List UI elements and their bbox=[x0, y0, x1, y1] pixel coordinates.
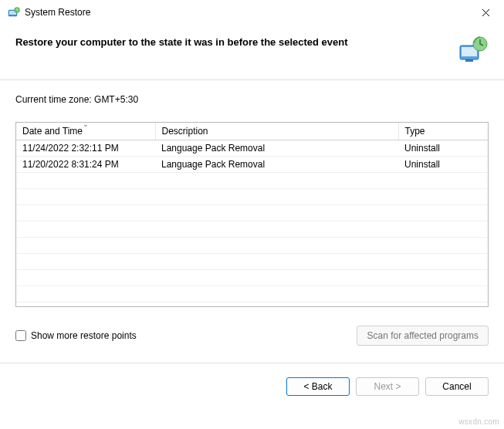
watermark: wsxdn.com bbox=[458, 417, 499, 426]
column-header-description[interactable]: Description bbox=[155, 123, 398, 140]
table-row[interactable]: 11/20/2022 8:31:24 PM Language Pack Remo… bbox=[16, 157, 488, 173]
table-row bbox=[16, 189, 488, 205]
close-icon bbox=[482, 8, 490, 17]
close-button[interactable] bbox=[475, 5, 496, 20]
window-title: System Restore bbox=[25, 7, 475, 18]
below-table-row: Show more restore points Scan for affect… bbox=[0, 316, 504, 349]
show-more-label[interactable]: Show more restore points bbox=[31, 330, 137, 341]
table-row bbox=[16, 286, 488, 302]
table-row bbox=[16, 254, 488, 270]
cancel-button[interactable]: Cancel bbox=[425, 377, 489, 396]
sort-indicator-icon: ⌄ bbox=[83, 122, 89, 128]
header: Restore your computer to the state it wa… bbox=[0, 24, 504, 80]
footer-buttons: < Back Next > Cancel bbox=[0, 363, 504, 396]
table-row bbox=[16, 173, 488, 189]
table-row bbox=[16, 238, 488, 254]
table-row bbox=[16, 221, 488, 238]
column-header-type[interactable]: Type bbox=[398, 123, 488, 140]
show-more-checkbox[interactable] bbox=[15, 330, 26, 341]
table-row bbox=[16, 270, 488, 286]
back-button[interactable]: < Back bbox=[286, 377, 350, 396]
restore-points-table[interactable]: Date and Time ⌄ Description Type 11/24/2… bbox=[15, 122, 489, 307]
page-subtitle: Restore your computer to the state it wa… bbox=[15, 35, 450, 48]
system-restore-icon bbox=[8, 6, 20, 19]
svg-rect-5 bbox=[465, 59, 473, 62]
table-row[interactable]: 11/24/2022 2:32:11 PM Language Pack Remo… bbox=[16, 140, 488, 157]
content-area: Current time zone: GMT+5:30 Date and Tim… bbox=[0, 80, 504, 316]
restore-hero-icon bbox=[458, 35, 489, 66]
table-row bbox=[16, 205, 488, 221]
next-button[interactable]: Next > bbox=[356, 377, 419, 396]
timezone-label: Current time zone: GMT+5:30 bbox=[15, 94, 489, 105]
scan-affected-button[interactable]: Scan for affected programs bbox=[357, 326, 489, 346]
title-bar: System Restore bbox=[0, 0, 504, 24]
column-header-datetime[interactable]: Date and Time ⌄ bbox=[16, 123, 155, 140]
